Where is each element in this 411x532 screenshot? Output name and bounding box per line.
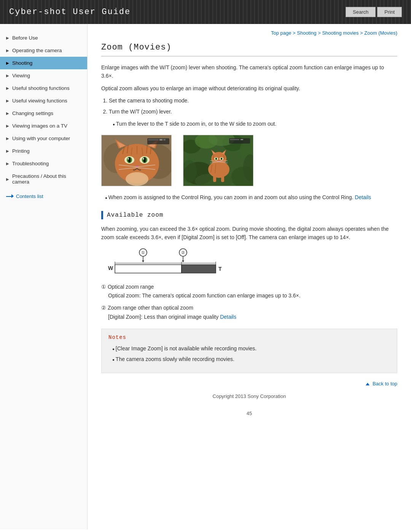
sidebar-item-viewing-tv[interactable]: ▶ Viewing images on a TV	[0, 120, 87, 132]
sidebar-item-useful-shooting[interactable]: ▶ Useful shooting functions	[0, 82, 87, 94]
sidebar-item-viewing[interactable]: ▶ Viewing	[0, 69, 87, 82]
sidebar-item-precautions[interactable]: ▶ Precautions / About this camera	[0, 170, 87, 188]
breadcrumb[interactable]: Top page > Shooting > Shooting movies > …	[101, 30, 397, 36]
page-title: Zoom (Movies)	[101, 43, 397, 56]
other-label: Zoom range other than optical zoom	[108, 305, 193, 311]
sidebar-label: Changing settings	[12, 110, 53, 116]
svg-rect-30	[148, 139, 159, 141]
svg-rect-64	[221, 175, 224, 182]
svg-rect-79	[115, 265, 182, 273]
svg-text:W: W	[108, 265, 113, 271]
sidebar-label: Viewing	[12, 73, 30, 78]
svg-point-22	[143, 158, 144, 160]
step-1: Set the camera to shooting mode.	[109, 96, 397, 105]
search-button[interactable]: Search	[346, 7, 376, 17]
note-1: [Clear Image Zoom] is not available whil…	[112, 344, 390, 353]
intro-paragraph-2: Optical zoom allows you to enlarge an im…	[101, 84, 397, 93]
site-title: Cyber-shot User Guide	[9, 7, 131, 17]
section-2-paragraph: When zooming, you can exceed the 3.6× op…	[101, 225, 397, 242]
chevron-right-icon: ▶	[6, 111, 9, 115]
sidebar-item-printing[interactable]: ▶ Printing	[0, 145, 87, 157]
svg-point-28	[126, 172, 148, 186]
contents-list-link[interactable]: Contents list	[0, 188, 87, 204]
chevron-right-icon: ▶	[6, 136, 9, 141]
other-num: ②	[101, 305, 106, 311]
sidebar-label: Before Use	[12, 35, 38, 41]
sidebar: ▶ Before Use ▶ Operating the camera ▶ Sh…	[0, 24, 88, 529]
svg-rect-32	[163, 139, 166, 141]
sidebar-label: Useful viewing functions	[12, 98, 67, 104]
svg-marker-75	[142, 260, 144, 262]
svg-point-19	[128, 157, 131, 163]
sidebar-label: Operating the camera	[12, 48, 62, 53]
notes-list: [Clear Image Zoom] is not available whil…	[112, 344, 390, 364]
arrow-right-icon	[6, 195, 14, 198]
sidebar-item-troubleshooting[interactable]: ▶ Troubleshooting	[0, 157, 87, 170]
optical-num: ①	[101, 284, 106, 290]
sidebar-label: Useful shooting functions	[12, 85, 70, 91]
svg-rect-63	[213, 175, 216, 182]
svg-point-54	[216, 158, 217, 160]
sidebar-label: Precautions / About this camera	[12, 173, 81, 185]
sidebar-label: Troubleshooting	[12, 161, 49, 166]
chevron-right-icon: ▶	[6, 149, 9, 153]
svg-text:①: ①	[141, 250, 145, 255]
svg-text:T: T	[218, 266, 222, 272]
optical-label: Optical zoom range	[108, 284, 154, 290]
sidebar-label: Shooting	[12, 60, 32, 66]
chevron-right-icon: ▶	[6, 73, 9, 78]
svg-text:②: ②	[181, 250, 185, 255]
chevron-right-icon: ▶	[6, 99, 9, 103]
optical-zoom-range: ① Optical zoom range Optical zoom: The c…	[101, 283, 397, 300]
svg-point-21	[127, 158, 129, 160]
svg-rect-31	[159, 139, 162, 141]
section-bar-icon	[101, 211, 103, 219]
svg-rect-68	[230, 139, 239, 140]
section-2-heading: Available zoom	[101, 211, 397, 219]
contents-list-label: Contents list	[16, 193, 43, 199]
print-button[interactable]: Print	[377, 7, 402, 17]
sidebar-item-before-use[interactable]: ▶ Before Use	[0, 32, 87, 44]
chevron-right-icon: ▶	[6, 177, 9, 181]
section-2-title: Available zoom	[107, 212, 163, 219]
cat-images-row	[101, 135, 397, 186]
control-ring-details-link[interactable]: Details	[355, 194, 371, 200]
sidebar-label: Using with your computer	[12, 136, 70, 141]
svg-marker-77	[182, 260, 184, 262]
sidebar-item-operating-camera[interactable]: ▶ Operating the camera	[0, 44, 87, 57]
sub-bullet-1: Turn the lever to the T side to zoom in,…	[113, 120, 397, 128]
chevron-right-icon: ▶	[6, 48, 9, 53]
chevron-right-icon: ▶	[6, 124, 9, 128]
sidebar-item-changing-settings[interactable]: ▶ Changing settings	[0, 107, 87, 120]
sidebar-label: Printing	[12, 148, 30, 154]
sidebar-label: Viewing images on a TV	[12, 123, 67, 129]
other-zoom-range: ② Zoom range other than optical zoom [Di…	[101, 304, 397, 321]
notes-box: Notes [Clear Image Zoom] is not availabl…	[101, 329, 397, 373]
main-layout: ▶ Before Use ▶ Operating the camera ▶ Sh…	[0, 24, 411, 529]
back-to-top[interactable]: Back to top	[101, 381, 397, 387]
svg-point-20	[143, 157, 146, 163]
intro-paragraph-1: Enlarge images with the W/T (zoom) lever…	[101, 63, 397, 80]
chevron-right-icon: ▶	[6, 61, 9, 65]
sidebar-item-using-computer[interactable]: ▶ Using with your computer	[0, 132, 87, 145]
sidebar-item-shooting[interactable]: ▶ Shooting	[0, 57, 87, 69]
step-2-text: Turn the W/T (zoom) lever.	[109, 109, 172, 115]
back-to-top-label: Back to top	[373, 381, 397, 387]
optical-desc: Optical zoom: The camera's optical zoom …	[108, 291, 301, 300]
digital-zoom-details-link[interactable]: Details	[220, 314, 236, 320]
notes-title: Notes	[108, 334, 390, 340]
triangle-up-icon	[366, 383, 370, 385]
chevron-right-icon: ▶	[6, 161, 9, 166]
other-desc: [Digital Zoom]: Less than original image…	[108, 314, 218, 320]
sub-bullet-list: Turn the lever to the T side to zoom in,…	[113, 120, 397, 128]
note-2: The camera zooms slowly while recording …	[112, 355, 390, 363]
footer-copyright: Copyright 2013 Sony Corporation	[101, 390, 397, 407]
svg-rect-80	[182, 265, 216, 273]
chevron-right-icon: ▶	[6, 36, 9, 40]
steps-list: Set the camera to shooting mode. Turn th…	[109, 96, 397, 128]
sidebar-item-useful-viewing[interactable]: ▶ Useful viewing functions	[0, 94, 87, 107]
control-ring-note-text: When zoom is assigned to the Control Rin…	[105, 193, 397, 201]
zoom-diagram: ① ② W T	[101, 248, 397, 280]
cat-image-zoomed	[101, 135, 172, 186]
svg-point-55	[221, 158, 222, 160]
